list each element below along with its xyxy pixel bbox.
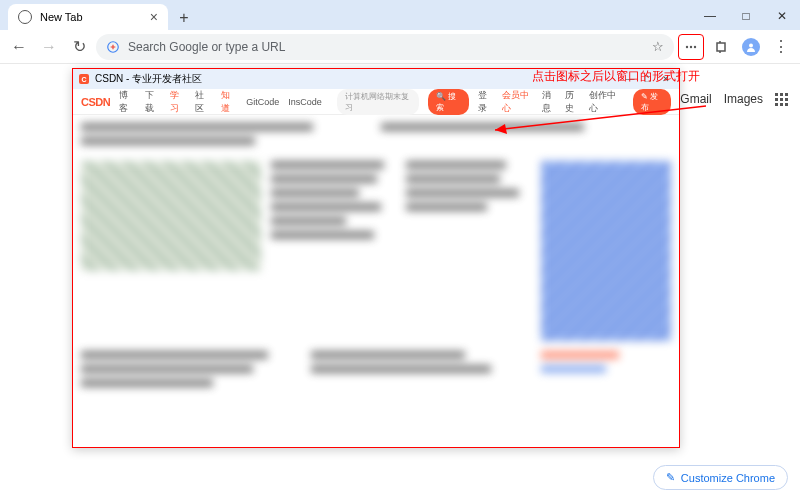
nav-vip[interactable]: 会员中心	[502, 89, 534, 115]
nav-inscode[interactable]: InsCode	[288, 97, 322, 107]
extension-icon	[684, 40, 698, 54]
popup-title: CSDN - 专业开发者社区	[95, 72, 202, 86]
close-button[interactable]: ✕	[764, 2, 800, 30]
reload-button[interactable]: ↻	[66, 34, 92, 60]
csdn-logo[interactable]: CSDN	[81, 96, 110, 108]
close-icon[interactable]: ×	[150, 9, 158, 25]
avatar-icon	[742, 38, 760, 56]
extension-popup-window: C CSDN - 专业开发者社区 — □ ✕ CSDN 博客 下载 学习 社区 …	[72, 68, 680, 448]
google-icon	[106, 40, 120, 54]
nav-community[interactable]: 社区	[195, 89, 211, 115]
publish-button[interactable]: ✎ 发布	[633, 89, 671, 115]
csdn-favicon: C	[79, 74, 89, 84]
nav-login[interactable]: 登录	[478, 89, 494, 115]
sidebar-ad	[541, 161, 671, 341]
tab-favicon	[18, 10, 32, 24]
popup-nav: CSDN 博客 下载 学习 社区 知道 GitCode InsCode 计算机网…	[73, 89, 679, 115]
menu-button[interactable]: ⋮	[768, 34, 794, 60]
puzzle-icon	[714, 40, 728, 54]
bookmark-icon[interactable]: ☆	[652, 39, 664, 54]
profile-button[interactable]	[738, 34, 764, 60]
svg-point-2	[690, 45, 692, 47]
nav-know[interactable]: 知道	[221, 89, 237, 115]
gmail-link[interactable]: Gmail	[680, 92, 711, 106]
omnibox[interactable]: Search Google or type a URL ☆	[96, 34, 674, 60]
popup-search[interactable]: 计算机网络期末复习	[337, 89, 419, 115]
svg-point-1	[686, 45, 688, 47]
window-titlebar: New Tab × + — □ ✕	[0, 0, 800, 30]
svg-point-3	[694, 45, 696, 47]
browser-tab[interactable]: New Tab ×	[8, 4, 168, 30]
nav-msg[interactable]: 消息	[542, 89, 558, 115]
nav-history[interactable]: 历史	[565, 89, 581, 115]
extension-popup-button[interactable]	[678, 34, 704, 60]
page-content: 点击图标之后以窗口的形式打开 Gmail Images C CSDN - 专业开…	[0, 64, 800, 500]
maximize-button[interactable]: □	[728, 2, 764, 30]
extensions-button[interactable]	[708, 34, 734, 60]
forward-button[interactable]: →	[36, 34, 62, 60]
minimize-button[interactable]: —	[692, 2, 728, 30]
customize-chrome-button[interactable]: ✎ Customize Chrome	[653, 465, 788, 490]
nav-blog[interactable]: 博客	[119, 89, 135, 115]
nav-download[interactable]: 下载	[145, 89, 161, 115]
svg-point-4	[749, 43, 753, 47]
apps-icon[interactable]	[775, 93, 788, 106]
images-link[interactable]: Images	[724, 92, 763, 106]
popup-search-button[interactable]: 🔍 搜索	[428, 89, 470, 115]
annotation-text: 点击图标之后以窗口的形式打开	[532, 68, 700, 85]
popup-body	[73, 115, 679, 449]
back-button[interactable]: ←	[6, 34, 32, 60]
tab-title: New Tab	[40, 11, 83, 23]
window-controls: — □ ✕	[692, 2, 800, 30]
new-tab-button[interactable]: +	[172, 6, 196, 30]
nav-learn[interactable]: 学习	[170, 89, 186, 115]
pencil-icon: ✎	[666, 471, 675, 484]
ntp-shortcuts: Gmail Images	[680, 92, 788, 106]
nav-create[interactable]: 创作中心	[589, 89, 621, 115]
browser-toolbar: ← → ↻ Search Google or type a URL ☆ ⋮	[0, 30, 800, 64]
article-thumbnail	[81, 161, 261, 271]
nav-gitcode[interactable]: GitCode	[246, 97, 279, 107]
omnibox-placeholder: Search Google or type a URL	[128, 40, 285, 54]
